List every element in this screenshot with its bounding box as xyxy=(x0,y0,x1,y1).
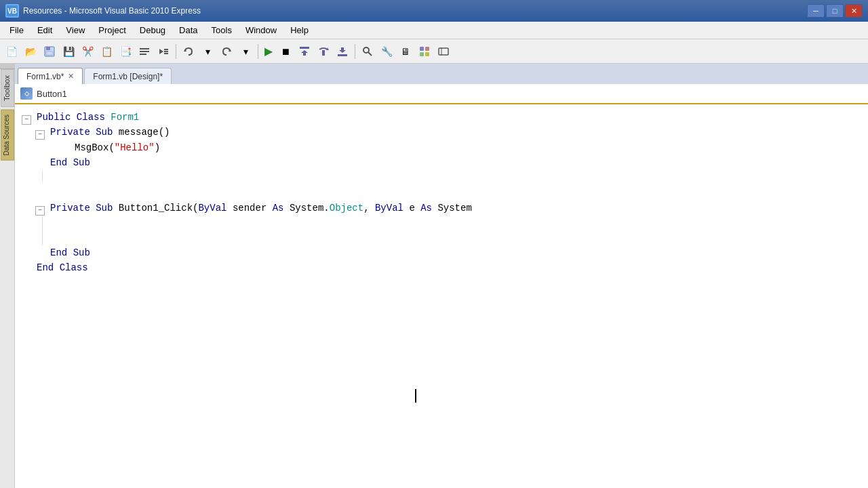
minimize-button[interactable]: ─ xyxy=(807,4,825,18)
svg-rect-2 xyxy=(46,52,53,55)
extra1-btn[interactable] xyxy=(416,43,433,60)
separator-1 xyxy=(176,44,176,59)
code-public-class: Public Class Form1 xyxy=(37,110,139,125)
svg-rect-4 xyxy=(140,51,149,52)
code-line-blank-2 xyxy=(15,186,868,201)
svg-rect-22 xyxy=(420,47,424,51)
undo-dropdown[interactable]: ▾ xyxy=(199,43,216,60)
window-title: Resources - Microsoft Visual Basic 2010 … xyxy=(23,6,807,16)
line-margin-10 xyxy=(34,245,50,248)
svg-rect-26 xyxy=(439,48,448,55)
undo-btn[interactable] xyxy=(180,43,197,60)
save-btn[interactable]: 💾 xyxy=(60,43,77,60)
code-line-msgbox: MsgBox("Hello") xyxy=(15,140,868,155)
line-margin-8 xyxy=(20,216,37,218)
stop-btn[interactable]: ⏹ xyxy=(277,43,294,60)
code-line-blank-3 xyxy=(15,216,868,230)
svg-marker-18 xyxy=(339,50,346,53)
collapse-sub-click[interactable]: − xyxy=(35,206,45,216)
code-line-end-sub-1: End Sub xyxy=(15,155,868,170)
svg-rect-17 xyxy=(338,54,347,56)
step-over-btn[interactable] xyxy=(315,43,332,60)
menu-item-debug[interactable]: Debug xyxy=(133,24,172,37)
tab-form1-design[interactable]: Form1.vb [Design]* xyxy=(84,68,172,84)
svg-rect-7 xyxy=(164,49,168,50)
code-end-sub-1: End Sub xyxy=(50,155,90,170)
extra2-btn[interactable] xyxy=(435,43,452,60)
code-private-sub-msg: Private Sub message() xyxy=(50,125,170,140)
svg-rect-5 xyxy=(140,54,146,55)
window-controls: ─ □ ✕ xyxy=(807,4,863,18)
code-line-sub-message: − Private Sub message() xyxy=(15,125,868,140)
svg-rect-12 xyxy=(300,47,309,49)
collapse-class[interactable]: − xyxy=(22,115,31,125)
svg-rect-25 xyxy=(425,52,429,56)
svg-marker-6 xyxy=(159,49,163,54)
svg-rect-8 xyxy=(164,51,168,52)
svg-rect-14 xyxy=(303,53,306,56)
redo-dropdown[interactable]: ▾ xyxy=(237,43,254,60)
code-line-blank-4 xyxy=(15,230,868,245)
search-btn[interactable] xyxy=(359,43,376,60)
menu-item-data[interactable]: Data xyxy=(172,24,204,37)
code-msgbox: MsgBox("Hello") xyxy=(75,140,160,155)
run-btn[interactable]: ▶ xyxy=(262,45,275,58)
left-panel: Toolbox Data Sources xyxy=(0,64,15,488)
svg-rect-24 xyxy=(420,52,424,56)
code-blank-4 xyxy=(42,230,43,245)
save-all-btn[interactable] xyxy=(41,43,58,60)
menu-item-edit[interactable]: Edit xyxy=(31,24,59,37)
menu-item-tools[interactable]: Tools xyxy=(205,24,239,37)
close-button[interactable]: ✕ xyxy=(845,4,863,18)
indent-btn[interactable] xyxy=(155,43,172,60)
cut-btn[interactable]: ✂️ xyxy=(79,43,96,60)
nav-object-selector[interactable]: ◇ Button1 xyxy=(20,87,67,100)
tab-form1-vb-label: Form1.vb* xyxy=(26,72,64,81)
line-margin-6 xyxy=(20,186,37,188)
svg-rect-19 xyxy=(341,47,344,50)
toolbar: 📄 📂 💾 ✂️ 📋 📑 ▾ ▾ ▶ ⏹ 🔧 🖥 xyxy=(0,39,868,64)
open-btn[interactable]: 📂 xyxy=(22,43,39,60)
step-into-btn[interactable] xyxy=(296,43,313,60)
collapse-sub-message[interactable]: − xyxy=(35,130,45,140)
code-button1-click: Private Sub Button1_Click(ByVal sender A… xyxy=(50,201,472,216)
new-file-btn[interactable]: 📄 xyxy=(3,43,20,60)
line-margin-2: − xyxy=(34,125,50,140)
step-out-btn[interactable] xyxy=(334,43,351,60)
nav-icon: ◇ xyxy=(20,87,33,100)
svg-rect-3 xyxy=(140,48,149,49)
copy-btn[interactable]: 📋 xyxy=(98,43,115,60)
code-blank-1 xyxy=(42,171,43,182)
code-editor[interactable]: − Public Class Form1 − Private Sub messa… xyxy=(15,104,868,488)
paste-btn[interactable]: 📑 xyxy=(117,43,134,60)
workspace: Toolbox Data Sources Form1.vb* ✕ Form1.v… xyxy=(0,64,868,488)
format-btn[interactable] xyxy=(136,43,153,60)
tab-form1-vb-close[interactable]: ✕ xyxy=(68,72,74,81)
separator-3 xyxy=(355,44,355,59)
menu-item-file[interactable]: File xyxy=(3,24,31,37)
line-margin-11 xyxy=(20,260,37,263)
menu-item-project[interactable]: Project xyxy=(92,24,132,37)
toolbox-tab[interactable]: Toolbox xyxy=(1,69,14,107)
svg-rect-16 xyxy=(322,50,325,56)
panel-top-grip[interactable] xyxy=(0,64,15,69)
datasources-tab[interactable]: Data Sources xyxy=(1,110,14,161)
svg-rect-23 xyxy=(425,47,429,51)
menu-item-view[interactable]: View xyxy=(59,24,92,37)
maximize-button[interactable]: □ xyxy=(826,4,844,18)
redo-btn[interactable] xyxy=(218,43,235,60)
menu-item-window[interactable]: Window xyxy=(239,24,283,37)
line-margin-1: − xyxy=(20,110,37,125)
svg-rect-9 xyxy=(164,53,168,54)
line-margin-3 xyxy=(58,140,75,143)
menu-item-help[interactable]: Help xyxy=(283,24,315,37)
code-line-end-class: End Class xyxy=(15,260,868,275)
settings-btn[interactable]: 🔧 xyxy=(378,43,395,60)
tabs-row: Form1.vb* ✕ Form1.vb [Design]* xyxy=(15,64,868,84)
monitor-btn[interactable]: 🖥 xyxy=(397,43,414,60)
tab-form1-vb[interactable]: Form1.vb* ✕ xyxy=(18,68,83,84)
code-end-sub-2: End Sub xyxy=(50,245,90,260)
tab-area: Form1.vb* ✕ Form1.vb [Design]* ◇ Button1… xyxy=(15,64,868,488)
text-cursor xyxy=(415,389,416,403)
menu-bar: FileEditViewProjectDebugDataToolsWindowH… xyxy=(0,22,868,39)
